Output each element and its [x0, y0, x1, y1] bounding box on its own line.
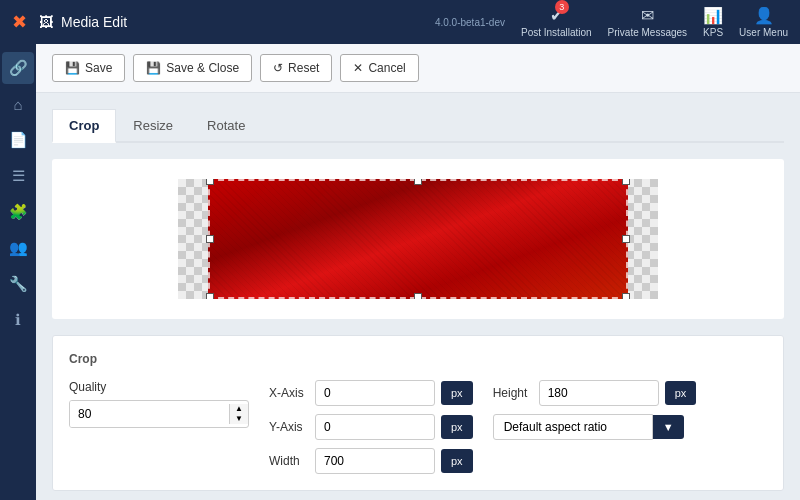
envelope-icon: ✉: [641, 6, 654, 25]
cancel-button[interactable]: ✕ Cancel: [340, 54, 418, 82]
sidebar-item-link[interactable]: 🔗: [2, 52, 34, 84]
crop-overlay[interactable]: [208, 179, 628, 299]
height-input[interactable]: [539, 380, 659, 406]
sidebar: 🔗 ⌂ 📄 ☰ 🧩 👥 🔧 ℹ: [0, 44, 36, 500]
sidebar-item-users[interactable]: 👥: [2, 232, 34, 264]
y-axis-px-button[interactable]: px: [441, 415, 473, 439]
nav-kps[interactable]: 📊 KPS: [703, 6, 723, 38]
sidebar-item-info[interactable]: ℹ: [2, 304, 34, 336]
crop-panel-title: Crop: [69, 352, 767, 366]
crop-handle-bottom-right[interactable]: [622, 293, 630, 299]
crop-canvas[interactable]: [178, 179, 658, 299]
version-label: 4.0.0-beta1-dev: [435, 17, 505, 28]
top-nav-right: 4.0.0-beta1-dev ✔ 3 Post Installation ✉ …: [435, 6, 788, 38]
crop-handle-mid-right[interactable]: [622, 235, 630, 243]
sidebar-item-article[interactable]: 📄: [2, 124, 34, 156]
nav-post-installation[interactable]: ✔ 3 Post Installation: [521, 6, 592, 38]
layout: 🔗 ⌂ 📄 ☰ 🧩 👥 🔧 ℹ 💾 Save 💾 Save & Close ↺ …: [0, 44, 800, 500]
right-fields: Height px Default aspect ratio 1:1 4:3: [493, 380, 697, 440]
y-axis-input[interactable]: [315, 414, 435, 440]
save-close-icon: 💾: [146, 61, 161, 75]
check-icon: ✔ 3: [550, 6, 563, 25]
quality-group: Quality ▲ ▼: [69, 380, 249, 428]
toolbar: 💾 Save 💾 Save & Close ↺ Reset ✕ Cancel: [36, 44, 800, 93]
joomla-logo-icon: ✖: [12, 11, 27, 33]
height-row: Height px: [493, 380, 697, 406]
nav-user-menu[interactable]: 👤 User Menu: [739, 6, 788, 38]
quality-label: Quality: [69, 380, 249, 394]
tab-crop[interactable]: Crop: [52, 109, 116, 143]
save-close-button[interactable]: 💾 Save & Close: [133, 54, 252, 82]
tabs: Crop Resize Rotate: [52, 109, 784, 143]
quality-input[interactable]: [70, 401, 229, 427]
crop-handle-bottom-mid[interactable]: [414, 293, 422, 299]
aspect-caret-button[interactable]: ▼: [653, 415, 684, 439]
x-axis-row: X-Axis px: [269, 380, 473, 406]
sidebar-item-tools[interactable]: 🔧: [2, 268, 34, 300]
nav-private-messages[interactable]: ✉ Private Messages: [608, 6, 687, 38]
top-nav-left: ✖ 🖼 Media Edit: [12, 11, 127, 33]
width-px-button[interactable]: px: [441, 449, 473, 473]
axis-fields: X-Axis px Y-Axis px: [269, 380, 473, 474]
chart-icon: 📊: [703, 6, 723, 25]
height-label: Height: [493, 386, 533, 400]
crop-handle-mid-left[interactable]: [206, 235, 214, 243]
notification-badge: 3: [555, 0, 569, 14]
x-axis-px-button[interactable]: px: [441, 381, 473, 405]
reset-button[interactable]: ↺ Reset: [260, 54, 332, 82]
height-px-button[interactable]: px: [665, 381, 697, 405]
cancel-icon: ✕: [353, 61, 363, 75]
user-icon: 👤: [754, 6, 774, 25]
reset-icon: ↺: [273, 61, 283, 75]
image-container: [52, 159, 784, 319]
y-axis-label: Y-Axis: [269, 420, 309, 434]
quality-spinner: ▲ ▼: [229, 404, 248, 424]
sidebar-item-list[interactable]: ☰: [2, 160, 34, 192]
tab-rotate[interactable]: Rotate: [190, 109, 262, 143]
x-axis-label: X-Axis: [269, 386, 309, 400]
quality-decrement-button[interactable]: ▼: [230, 414, 248, 424]
crop-handle-top-mid[interactable]: [414, 179, 422, 185]
y-axis-row: Y-Axis px: [269, 414, 473, 440]
main-content: 💾 Save 💾 Save & Close ↺ Reset ✕ Cancel C…: [36, 44, 800, 500]
aspect-dropdown[interactable]: Default aspect ratio 1:1 4:3 16:9 3:2: [493, 414, 653, 440]
width-row: Width px: [269, 448, 473, 474]
crop-panel: Crop Quality ▲ ▼: [52, 335, 784, 491]
content-area: Crop Resize Rotate: [36, 93, 800, 500]
sidebar-item-puzzle[interactable]: 🧩: [2, 196, 34, 228]
tab-resize[interactable]: Resize: [116, 109, 190, 143]
save-icon: 💾: [65, 61, 80, 75]
media-edit-icon: 🖼: [39, 14, 53, 30]
width-label: Width: [269, 454, 309, 468]
save-button[interactable]: 💾 Save: [52, 54, 125, 82]
top-nav: ✖ 🖼 Media Edit 4.0.0-beta1-dev ✔ 3 Post …: [0, 0, 800, 44]
crop-handle-top-right[interactable]: [622, 179, 630, 185]
crop-handle-top-left[interactable]: [206, 179, 214, 185]
aspect-ratio-select: Default aspect ratio 1:1 4:3 16:9 3:2 ▼: [493, 414, 697, 440]
quality-increment-button[interactable]: ▲: [230, 404, 248, 414]
app-brand: 🖼 Media Edit: [39, 14, 127, 30]
sidebar-item-home[interactable]: ⌂: [2, 88, 34, 120]
quality-input-wrap: ▲ ▼: [69, 400, 249, 428]
x-axis-input[interactable]: [315, 380, 435, 406]
width-input[interactable]: [315, 448, 435, 474]
crop-handle-bottom-left[interactable]: [206, 293, 214, 299]
page-title: Media Edit: [61, 14, 127, 30]
crop-fields: Quality ▲ ▼ X-Axis: [69, 380, 767, 474]
